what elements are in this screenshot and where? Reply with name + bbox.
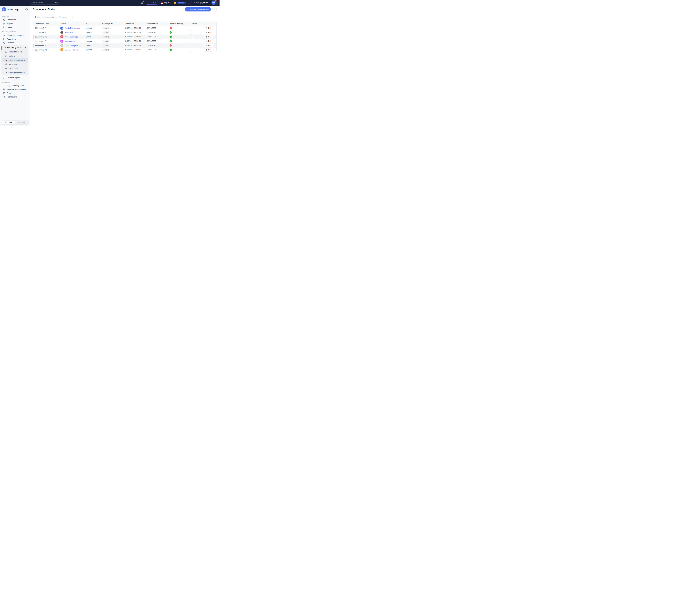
sidebar-item-media-management[interactable]: Media Management [2,70,28,75]
copy-icon[interactable] [45,27,47,29]
ask-ai-button[interactable]: Ask AI [147,1,158,5]
referral-disabled-icon [170,44,172,47]
copy-icon[interactable] [45,36,47,38]
sidebar: AC Acme Corp OverviewDashboardReportsOff… [0,5,30,126]
theme-dark-button[interactable]: Dark [15,120,28,124]
id-cell: 100037 [86,44,102,47]
column-header-referral-tracking: Referral Tracking [170,23,192,25]
affiliate-name-link[interactable]: Michael Johnson [65,49,78,51]
sidebar-item-reports[interactable]: Reports [0,22,30,25]
sidebar-item-products[interactable]: Products [0,41,30,44]
column-header-affiliate: Affiliate [60,23,86,25]
sidebar-item-media-materials[interactable]: Media Materials [2,50,28,54]
edit-button[interactable]: Edit [204,48,213,52]
table-row: CX1998ABByron Batz10003429384901/08/2025… [33,30,216,35]
sidebar-item-marketing-tools[interactable]: Marketing Tools [2,45,28,50]
creation-date-cell: 01/08/2025 [147,44,170,47]
sidebar-item-notifications[interactable]: Notifications [0,95,30,99]
promo-search[interactable] [33,15,73,19]
org-logo: AC [2,8,6,11]
sidebar-item-loyalty-program[interactable]: Loyalty Program [0,76,30,80]
copy-icon[interactable] [45,44,47,47]
sidebar-item-direct-links[interactable]: Direct Links [2,66,28,70]
copy-icon[interactable] [45,49,47,51]
campaign-id-badge: 293849 [102,49,110,51]
creation-date-cell: 01/08/2025 [147,49,170,51]
sidebar-item-promotional-codes[interactable]: 123Promotional Codes [2,58,28,62]
id-cell: 100033 [86,27,102,29]
table-header: Promotional CodeAffiliateIdCampaign IDEx… [33,22,216,26]
affiliate-name-link[interactable]: Joyce Cartwright [65,36,78,38]
promo-code-cell: CX1998AB [35,44,60,47]
language-label: Eng (US) [164,2,171,4]
sidebar-item-smart-links[interactable]: Smart Links [2,62,28,66]
affiliate-name-link[interactable]: Byron Batz [65,31,74,34]
edit-button[interactable]: Edit [204,35,213,39]
table-row: CX1998ABMHMarcus Henderson10003629384901… [33,39,216,43]
edit-button[interactable]: Edit [204,44,213,47]
filter-button[interactable] [212,7,216,12]
briefcase-icon [3,46,6,49]
affiliate-name-link[interactable]: Austin Blankenship [65,27,80,29]
edit-button[interactable]: Edit [204,31,213,34]
column-header-id: Id [86,23,102,25]
language-selector[interactable]: Eng (US) [161,2,171,4]
divider [159,1,160,4]
expire-date-cell: 01/08/2025 23:59:59 [125,49,147,51]
level-progress-bar [178,2,187,3]
org-name: Acme Corp [7,8,24,11]
copy-icon[interactable] [45,31,47,34]
campaign-id-badge: 293849 [102,36,110,38]
level-progress-fill [178,2,185,3]
bell-icon [3,96,5,98]
sidebar-item-mailers[interactable]: Mailers [2,54,28,58]
magic-wand-icon [148,2,150,4]
sidebar-nav: OverviewDashboardReportsOffersMarketing … [0,13,30,119]
numbers-123-icon: 123 [5,59,7,61]
sidebar-item-affiliate-management[interactable]: Affiliate Management [0,33,30,37]
affiliate-name-link[interactable]: Marcus Henderson [65,40,80,42]
creation-date-cell: 01/08/2025 [147,31,170,34]
affiliate-cell: MHMarcus Henderson [60,40,86,43]
sidebar-item-email[interactable]: Email [0,91,30,95]
affiliate-search-input[interactable] [32,2,55,4]
sidebar-item-advertisers[interactable]: Advertisers [0,37,30,41]
campaign-id-cell: 293849 [102,36,125,38]
sidebar-item-offers[interactable]: Offers [0,25,30,29]
help-icon[interactable] [188,2,190,4]
referral-tracking-cell [170,44,192,47]
pencil-icon [205,27,207,29]
sidebar-item-dashboard[interactable]: Dashboard [0,18,30,22]
copy-icon[interactable] [45,40,47,42]
actions-cell: Edit [204,48,213,52]
promo-search-input[interactable] [37,16,71,18]
campaign-id-cell: 293849 [102,44,125,47]
loyalty-icon [3,77,5,79]
sidebar-item-payout-management[interactable]: Payout Management [0,84,30,87]
table-row: CX1998ABJCJoyce Cartwright10003529384901… [33,35,216,39]
sidebar-item-revenue-management[interactable]: Revenue Management [0,87,30,91]
messages-button[interactable]: 3 [140,1,143,4]
column-header-creation-date: Creation Date [147,23,170,25]
user-menu[interactable]: OR 12 [211,0,218,5]
edit-button[interactable]: Edit [204,39,213,43]
campaign-id-badge: 293849 [102,40,110,42]
messages-badge: 3 [142,0,145,2]
actions-cell: Edit [204,35,213,39]
affiliate-name-link[interactable]: Linda Thompson [65,44,78,47]
campaign-id-cell: 293849 [102,31,125,34]
column-header-promotional-code: Promotional Code [35,23,60,25]
pencil-icon [205,49,207,51]
edit-button[interactable]: Edit [204,26,213,30]
theme-light-button[interactable]: Light [1,120,15,124]
campaign-id-badge: 293849 [102,31,110,34]
collapse-sidebar-icon[interactable] [25,8,28,11]
referral-tracking-cell [170,40,192,42]
chevron-up-icon [24,47,26,48]
promo-codes-table: Promotional CodeAffiliateIdCampaign IDEx… [33,22,216,52]
creation-date-cell: 01/08/2025 [147,40,170,42]
add-promotional-code-button[interactable]: Add Promotional Code [185,7,211,12]
offers-icon [3,26,5,28]
affiliate-search[interactable] [30,1,59,4]
sliders-icon [213,8,216,11]
